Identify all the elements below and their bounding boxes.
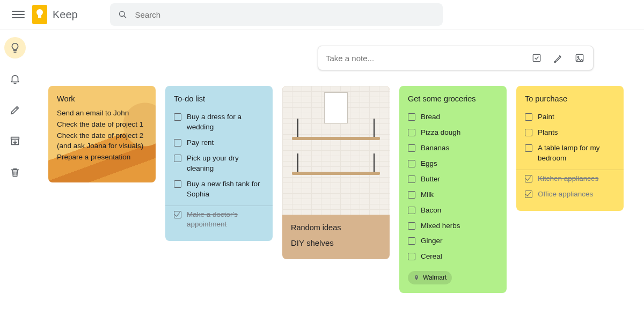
- list-item[interactable]: Plants: [525, 125, 615, 141]
- note-line: Send an email to John: [57, 108, 147, 119]
- svg-point-5: [577, 56, 579, 58]
- checkbox-icon[interactable]: [525, 129, 532, 136]
- bulb-icon: [9, 42, 21, 54]
- svg-rect-3: [533, 54, 540, 61]
- new-drawing-button[interactable]: [552, 52, 564, 64]
- list-item[interactable]: Pizza dough: [408, 125, 498, 141]
- checkbox-checked-icon[interactable]: [174, 211, 181, 218]
- list-item-text: Bananas: [421, 143, 449, 153]
- checkbox-icon[interactable]: [525, 113, 532, 121]
- sidebar-item-trash[interactable]: [4, 162, 26, 183]
- take-note-tools: [531, 52, 586, 64]
- checkbox-icon[interactable]: [408, 113, 415, 121]
- pin-icon: [413, 275, 420, 281]
- pencil-icon: [9, 104, 21, 116]
- list-item[interactable]: Buy a dress for a wedding: [174, 109, 264, 135]
- trash-icon: [9, 166, 21, 178]
- list-item-text: Mixed herbs: [421, 221, 460, 231]
- list-item-text: Paint: [538, 112, 554, 122]
- svg-line-1: [124, 16, 126, 18]
- framed-art-decoration: [324, 92, 348, 123]
- list-item[interactable]: Paint: [525, 109, 615, 125]
- completed-divider: [516, 170, 624, 170]
- checkbox-checked-icon[interactable]: [525, 175, 532, 182]
- list-item[interactable]: Kitchen appliances: [525, 171, 615, 187]
- list-item-text: Eggs: [421, 159, 437, 169]
- note-work[interactable]: Work Send an email to John Check the dat…: [48, 86, 156, 182]
- list-item[interactable]: Bananas: [408, 141, 498, 156]
- list-item[interactable]: Pay rent: [174, 135, 264, 151]
- list-item[interactable]: Bacon: [408, 203, 498, 218]
- list-item-text: Pay rent: [187, 138, 214, 148]
- sidebar-item-notes[interactable]: [4, 37, 26, 58]
- note-to-purchase[interactable]: To purchase Paint Plants A table lamp fo…: [516, 86, 624, 211]
- take-note-bar[interactable]: [318, 46, 594, 70]
- shelf-decoration: [292, 172, 380, 175]
- bell-icon: [9, 73, 21, 85]
- list-item[interactable]: Pick up your dry cleaning: [174, 151, 264, 177]
- archive-icon: [9, 135, 21, 147]
- checkbox-icon[interactable]: [408, 144, 415, 152]
- checkbox-icon[interactable]: [174, 180, 181, 188]
- list-item-text: A table lamp for my bedroom: [538, 143, 615, 164]
- search-icon: [118, 9, 128, 20]
- list-item-text: Pick up your dry cleaning: [187, 153, 264, 174]
- notes-grid: Work Send an email to John Check the dat…: [48, 86, 624, 293]
- list-item[interactable]: Make a doctor's appointment: [174, 207, 264, 233]
- note-body: DIY shelves: [291, 237, 381, 248]
- checkbox-checked-icon[interactable]: [525, 191, 532, 198]
- search-input[interactable]: [135, 10, 435, 19]
- list-item-text: Kitchen appliances: [538, 174, 598, 184]
- checkbox-icon[interactable]: [408, 129, 415, 136]
- list-item-text: Plants: [538, 128, 558, 138]
- sidebar-item-edit-labels[interactable]: [4, 99, 26, 121]
- checkbox-icon[interactable]: [174, 155, 181, 162]
- list-item[interactable]: Eggs: [408, 156, 498, 172]
- note-groceries[interactable]: Get some groceries Bread Pizza dough Ban…: [399, 86, 507, 293]
- list-item[interactable]: Ginger: [408, 233, 498, 249]
- sidebar-item-archive[interactable]: [4, 130, 26, 152]
- app-logo[interactable]: Keep: [32, 5, 78, 24]
- checkbox-icon[interactable]: [408, 160, 415, 167]
- note-line: Prepare a presentation: [57, 152, 147, 163]
- location-tag[interactable]: Walmart: [408, 271, 452, 284]
- note-title: Random ideas: [291, 222, 381, 233]
- list-item[interactable]: Bread: [408, 109, 498, 125]
- list-item-text: Bacon: [421, 206, 441, 216]
- list-item-text: Buy a new fish tank for Sophia: [187, 179, 264, 200]
- list-item[interactable]: Milk: [408, 187, 498, 203]
- notes-canvas: Work Send an email to John Check the dat…: [48, 30, 639, 47]
- new-image-note-button[interactable]: [574, 52, 586, 64]
- list-item-text: Bread: [421, 112, 440, 122]
- list-item-text: Ginger: [421, 236, 443, 246]
- take-note-input[interactable]: [326, 54, 531, 63]
- list-item-text: Make a doctor's appointment: [187, 210, 264, 230]
- checkbox-icon[interactable]: [408, 253, 415, 260]
- note-random-ideas[interactable]: Random ideas DIY shelves: [282, 86, 390, 259]
- checkbox-icon[interactable]: [408, 175, 415, 183]
- checkbox-icon: [531, 53, 542, 63]
- list-item[interactable]: Mixed herbs: [408, 218, 498, 234]
- checkbox-icon[interactable]: [174, 139, 181, 147]
- list-item[interactable]: Cereal: [408, 249, 498, 265]
- list-item[interactable]: Butter: [408, 172, 498, 187]
- list-item[interactable]: Office appliances: [525, 187, 615, 202]
- checkbox-icon[interactable]: [408, 222, 415, 230]
- checkbox-icon[interactable]: [174, 113, 181, 121]
- note-todo[interactable]: To-do list Buy a dress for a wedding Pay…: [165, 86, 273, 241]
- list-item[interactable]: A table lamp for my bedroom: [525, 141, 615, 166]
- sidebar-item-reminders[interactable]: [4, 68, 26, 90]
- note-title: Get some groceries: [408, 93, 498, 104]
- list-item[interactable]: Buy a new fish tank for Sophia: [174, 177, 264, 202]
- brush-icon: [553, 53, 564, 63]
- new-list-button[interactable]: [531, 52, 543, 64]
- keep-logo-icon: [32, 5, 47, 24]
- checkbox-icon[interactable]: [408, 207, 415, 214]
- checkbox-icon[interactable]: [408, 237, 415, 245]
- main-menu-button[interactable]: [8, 4, 29, 25]
- search-bar[interactable]: [110, 3, 443, 26]
- app-name: Keep: [53, 9, 78, 21]
- list-item-text: Butter: [421, 174, 440, 185]
- checkbox-icon[interactable]: [525, 144, 532, 152]
- checkbox-icon[interactable]: [408, 191, 415, 199]
